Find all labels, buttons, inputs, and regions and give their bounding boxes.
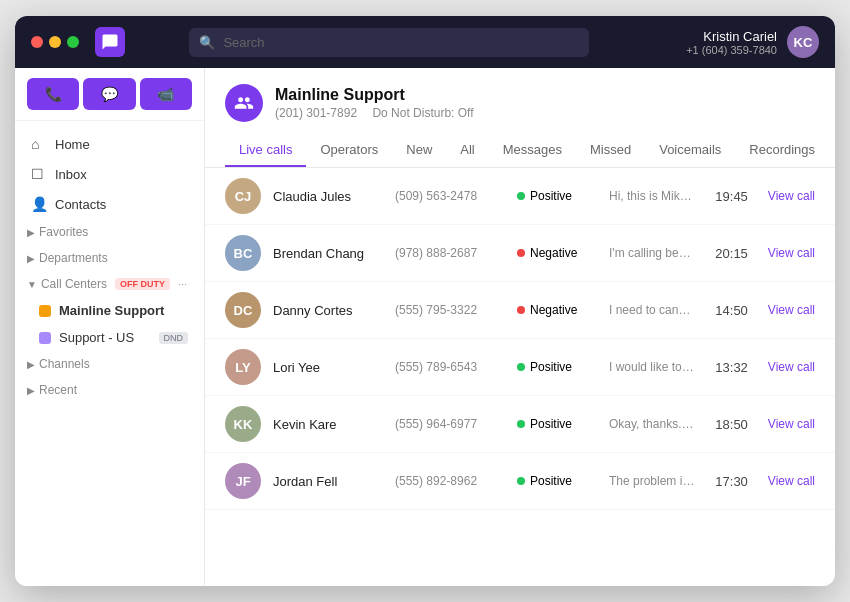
call-center-support-us[interactable]: Support - US DND — [15, 324, 204, 351]
caller-name: Jordan Fell — [273, 474, 383, 489]
call-preview: I'm calling because I have a question...… — [609, 246, 696, 260]
sidebar-item-inbox[interactable]: ☐ Inbox — [15, 159, 204, 189]
close-button[interactable] — [31, 36, 43, 48]
home-icon: ⌂ — [31, 136, 47, 152]
sidebar-item-contacts[interactable]: 👤 Contacts — [15, 189, 204, 219]
call-duration: 19:45 — [708, 189, 748, 204]
sentiment-label: Positive — [530, 360, 572, 374]
caller-avatar: DC — [225, 292, 261, 328]
caller-phone: (509) 563-2478 — [395, 189, 505, 203]
section-call-centers[interactable]: ▼ Call Centers OFF DUTY ··· — [15, 271, 204, 297]
sidebar-item-home[interactable]: ⌂ Home — [15, 129, 204, 159]
caller-name: Danny Cortes — [273, 303, 383, 318]
section-channels[interactable]: ▶ Channels — [15, 351, 204, 377]
chat-action-button[interactable]: 💬 — [83, 78, 135, 110]
section-departments[interactable]: ▶ Departments — [15, 245, 204, 271]
call-duration: 20:15 — [708, 246, 748, 261]
tab-new[interactable]: New — [392, 134, 446, 167]
table-row: LY Lori Yee (555) 789-6543 Positive I wo… — [205, 339, 835, 396]
chevron-right-icon: ▶ — [27, 227, 35, 238]
tab-messages[interactable]: Messages — [489, 134, 576, 167]
sentiment-label: Negative — [530, 246, 577, 260]
tab-spam[interactable]: Spam — [829, 134, 835, 167]
sentiment-dot — [517, 477, 525, 485]
call-preview: I need to cancel my account. I have.....… — [609, 303, 696, 317]
queue-phone: (201) 301-7892 — [275, 106, 357, 120]
app-logo — [95, 27, 125, 57]
view-call-button[interactable]: View call — [768, 189, 815, 203]
sentiment-label: Positive — [530, 417, 572, 431]
call-preview: The problem is fixed. It's working fine.… — [609, 474, 696, 488]
caller-avatar: BC — [225, 235, 261, 271]
call-duration: 17:30 — [708, 474, 748, 489]
user-name: Kristin Cariel — [686, 29, 777, 44]
queue-name: Mainline Support — [275, 86, 486, 104]
queue-dnd: Do Not Disturb: Off — [372, 106, 473, 120]
tab-all[interactable]: All — [446, 134, 488, 167]
caller-avatar: KK — [225, 406, 261, 442]
tabs: Live calls Operators New All Messages Mi… — [225, 134, 815, 167]
tab-missed[interactable]: Missed — [576, 134, 645, 167]
sentiment-label: Positive — [530, 189, 572, 203]
tab-live-calls[interactable]: Live calls — [225, 134, 306, 167]
sentiment-indicator: Positive — [517, 417, 597, 431]
tab-voicemails[interactable]: Voicemails — [645, 134, 735, 167]
phone-action-button[interactable]: 📞 — [27, 78, 79, 110]
inbox-icon: ☐ — [31, 166, 47, 182]
main-area: 📞 💬 📹 ⌂ Home ☐ Inbox 👤 Contacts — [15, 68, 835, 586]
logo-icon — [101, 33, 119, 51]
caller-phone: (978) 888-2687 — [395, 246, 505, 260]
sentiment-indicator: Positive — [517, 474, 597, 488]
tab-recordings[interactable]: Recordings — [735, 134, 829, 167]
sentiment-indicator: Negative — [517, 246, 597, 260]
sentiment-dot — [517, 249, 525, 257]
section-recent[interactable]: ▶ Recent — [15, 377, 204, 403]
sentiment-indicator: Negative — [517, 303, 597, 317]
app-window: 🔍 Kristin Cariel +1 (604) 359-7840 KC 📞 … — [15, 16, 835, 586]
sentiment-label: Negative — [530, 303, 577, 317]
menu-icon[interactable]: ··· — [178, 278, 187, 290]
table-row: BC Brendan Chang (978) 888-2687 Negative… — [205, 225, 835, 282]
call-preview: Hi, this is Mike. I have a quick questio… — [609, 189, 696, 203]
caller-phone: (555) 964-6977 — [395, 417, 505, 431]
call-center-mainline-support[interactable]: Mainline Support — [15, 297, 204, 324]
sentiment-label: Positive — [530, 474, 572, 488]
table-row: DC Danny Cortes (555) 795-3322 Negative … — [205, 282, 835, 339]
caller-avatar: JF — [225, 463, 261, 499]
table-row: CJ Claudia Jules (509) 563-2478 Positive… — [205, 168, 835, 225]
maximize-button[interactable] — [67, 36, 79, 48]
sentiment-dot — [517, 192, 525, 200]
support-us-dot — [39, 332, 51, 344]
traffic-lights — [31, 36, 79, 48]
sentiment-dot — [517, 420, 525, 428]
call-preview: Okay, thanks. This information is helpfu… — [609, 417, 696, 431]
content-area: Mainline Support (201) 301-7892 Do Not D… — [205, 68, 835, 586]
view-call-button[interactable]: View call — [768, 474, 815, 488]
titlebar: 🔍 Kristin Cariel +1 (604) 359-7840 KC — [15, 16, 835, 68]
caller-phone: (555) 795-3322 — [395, 303, 505, 317]
call-duration: 13:32 — [708, 360, 748, 375]
sentiment-dot — [517, 363, 525, 371]
search-input[interactable] — [189, 28, 589, 57]
sidebar-actions: 📞 💬 📹 — [15, 68, 204, 121]
caller-name: Claudia Jules — [273, 189, 383, 204]
view-call-button[interactable]: View call — [768, 303, 815, 317]
table-row: KK Kevin Kare (555) 964-6977 Positive Ok… — [205, 396, 835, 453]
section-favorites[interactable]: ▶ Favorites — [15, 219, 204, 245]
view-call-button[interactable]: View call — [768, 360, 815, 374]
caller-name: Brendan Chang — [273, 246, 383, 261]
chevron-right-icon: ▶ — [27, 253, 35, 264]
mainline-dot — [39, 305, 51, 317]
sentiment-indicator: Positive — [517, 360, 597, 374]
sentiment-dot — [517, 306, 525, 314]
queue-info: Mainline Support (201) 301-7892 Do Not D… — [225, 84, 815, 122]
view-call-button[interactable]: View call — [768, 246, 815, 260]
view-call-button[interactable]: View call — [768, 417, 815, 431]
tab-operators[interactable]: Operators — [306, 134, 392, 167]
sidebar-nav: ⌂ Home ☐ Inbox 👤 Contacts ▶ Favorites ▶ — [15, 121, 204, 586]
video-action-button[interactable]: 📹 — [140, 78, 192, 110]
table-row: JF Jordan Fell (555) 892-8962 Positive T… — [205, 453, 835, 510]
minimize-button[interactable] — [49, 36, 61, 48]
avatar: KC — [787, 26, 819, 58]
chevron-right-icon: ▶ — [27, 359, 35, 370]
